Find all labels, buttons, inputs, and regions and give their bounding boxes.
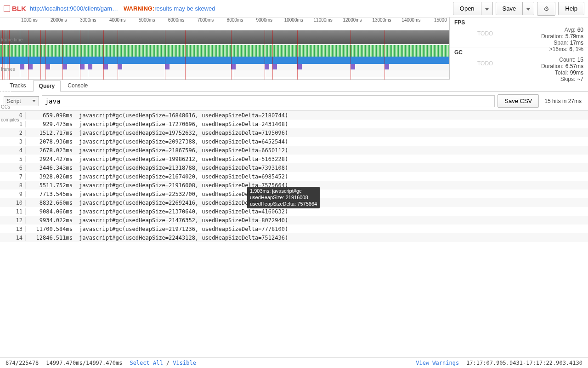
row-time: 929.473ms (26, 121, 76, 127)
save-dropdown[interactable] (522, 2, 534, 15)
gc-event-mark[interactable] (45, 64, 50, 69)
logo-text: BLK (12, 5, 26, 12)
table-row[interactable]: 1412846.511msjavascript#gc(usedHeapSize=… (0, 233, 588, 242)
results-table[interactable]: 0659.098msjavascript#gc(usedHeapSize=168… (0, 111, 588, 365)
event-marker-line (80, 30, 80, 80)
row-time: 9084.066ms (26, 208, 76, 215)
chevron-down-icon (32, 100, 36, 102)
query-input[interactable] (42, 95, 495, 107)
track-compiles[interactable]: compiles (0, 70, 449, 77)
save-csv-button[interactable]: Save CSV (498, 94, 539, 108)
table-row[interactable]: 1311700.584msjavascript#gc(usedHeapSize=… (0, 224, 588, 233)
row-time: 2678.023ms (26, 147, 76, 154)
row-time: 12846.511ms (26, 235, 76, 241)
row-index: 4 (0, 147, 26, 154)
gc-event-mark[interactable] (80, 64, 85, 69)
open-dropdown[interactable] (481, 2, 493, 15)
help-button[interactable]: Help (558, 2, 584, 15)
select-all-link[interactable]: Select All (130, 360, 163, 365)
row-index: 5 (0, 156, 26, 162)
status-bar: 874/225478 14997.470ms/14997.470ms Selec… (0, 357, 588, 365)
row-description: javascript#gc(usedHeapSize=16848616, use… (76, 112, 588, 119)
row-time: 659.098ms (26, 112, 76, 119)
row-description: javascript#gc(usedHeapSize=22532700, use… (76, 191, 588, 197)
gc-event-mark[interactable] (118, 64, 122, 69)
event-marker-line (165, 30, 165, 80)
ruler-tick: 9000ms (256, 17, 272, 23)
ruler-tick: 10000ms (284, 17, 303, 23)
event-marker-line (234, 30, 234, 80)
tab-query[interactable]: Query (33, 80, 61, 92)
track-label: frame time (1, 37, 23, 42)
row-description: javascript#gc(usedHeapSize=22692416, use… (76, 200, 588, 206)
row-description: javascript#gc(usedHeapSize=22443128, use… (76, 235, 588, 241)
gc-event-mark[interactable] (103, 64, 108, 69)
open-button[interactable]: Open (453, 2, 481, 15)
gc-event-mark[interactable] (384, 64, 389, 69)
row-index: 10 (0, 200, 26, 206)
event-marker-line (351, 30, 351, 80)
track-frames[interactable]: frames (0, 45, 449, 57)
hits-count: 15 hits in 27ms (542, 98, 584, 104)
query-mode-value: Script (7, 98, 21, 104)
save-button[interactable]: Save (496, 2, 523, 15)
track-label: frames (1, 67, 15, 72)
gc-event-mark[interactable] (165, 64, 170, 69)
track-gcs[interactable]: GCs (0, 64, 449, 70)
timeline-panel[interactable]: 1000ms2000ms3000ms4000ms5000ms6000ms7000… (0, 17, 588, 80)
event-marker-line (297, 30, 298, 80)
table-row[interactable]: 32078.936msjavascript#gc(usedHeapSize=20… (0, 137, 588, 146)
row-index: 3 (0, 138, 26, 145)
gc-event-mark[interactable] (28, 64, 33, 69)
settings-button[interactable] (537, 2, 555, 16)
tab-console[interactable]: Console (62, 80, 94, 91)
gc-event-mark[interactable] (20, 64, 24, 69)
view-warnings-link[interactable]: View Warnings (416, 360, 459, 365)
event-marker-line (40, 30, 41, 80)
table-row[interactable]: 21512.717msjavascript#gc(usedHeapSize=19… (0, 128, 588, 137)
track-label: compiles (1, 117, 19, 122)
warning-label: WARNING: (124, 5, 154, 12)
query-bar: Script Save CSV 15 hits in 27ms (0, 92, 588, 111)
table-row[interactable]: 63446.343msjavascript#gc(usedHeapSize=21… (0, 163, 588, 172)
header-bar: BLK http://localhost:9000/client/gam… WA… (0, 0, 588, 17)
row-time: 9934.022ms (26, 217, 76, 224)
footer-timerange: 14997.470ms/14997.470ms (46, 360, 122, 365)
row-time: 8832.660ms (26, 200, 76, 206)
row-index: 6 (0, 165, 26, 171)
fps-todo: TODO (477, 30, 493, 37)
row-description: javascript#gc(usedHeapSize=21318788, use… (76, 165, 588, 171)
event-marker-line (45, 30, 46, 80)
gc-event-mark[interactable] (297, 64, 302, 69)
gc-event-mark[interactable] (272, 64, 277, 69)
track-frametime[interactable]: frame time (0, 30, 449, 44)
table-row[interactable]: 0659.098msjavascript#gc(usedHeapSize=168… (0, 111, 588, 120)
source-url[interactable]: http://localhost:9000/client/gam… (30, 5, 118, 12)
table-row[interactable]: 1929.473msjavascript#gc(usedHeapSize=172… (0, 120, 588, 128)
row-time: 3928.026ms (26, 173, 76, 180)
table-row[interactable]: 129934.022msjavascript#gc(usedHeapSize=2… (0, 216, 588, 224)
warning-text[interactable]: results may be skewed (154, 5, 215, 12)
logo-checkbox[interactable] (4, 6, 10, 12)
event-marker-line (265, 30, 265, 80)
table-row[interactable]: 73928.026msjavascript#gc(usedHeapSize=21… (0, 172, 588, 181)
ruler-tick: 4000ms (109, 17, 126, 23)
event-marker-line (384, 30, 385, 80)
track-flows[interactable]: flows (0, 57, 449, 64)
gc-event-mark[interactable] (351, 64, 355, 69)
row-index: 14 (0, 235, 26, 241)
table-row[interactable]: 52924.427msjavascript#gc(usedHeapSize=19… (0, 155, 588, 163)
gc-event-mark[interactable] (265, 64, 269, 69)
row-index: 2 (0, 130, 26, 136)
row-time: 5511.752ms (26, 182, 76, 189)
row-description: javascript#gc(usedHeapSize=19752632, use… (76, 130, 588, 136)
gc-event-mark[interactable] (62, 64, 67, 69)
row-time: 3446.343ms (26, 165, 76, 171)
track-label: GCs (1, 104, 10, 109)
select-visible-link[interactable]: Visible (173, 360, 196, 365)
table-row[interactable]: 42678.023msjavascript#gc(usedHeapSize=21… (0, 146, 588, 155)
gc-event-mark[interactable] (88, 64, 92, 69)
row-index: 13 (0, 226, 26, 232)
event-marker-line (185, 30, 186, 80)
chevron-down-icon (526, 8, 530, 11)
